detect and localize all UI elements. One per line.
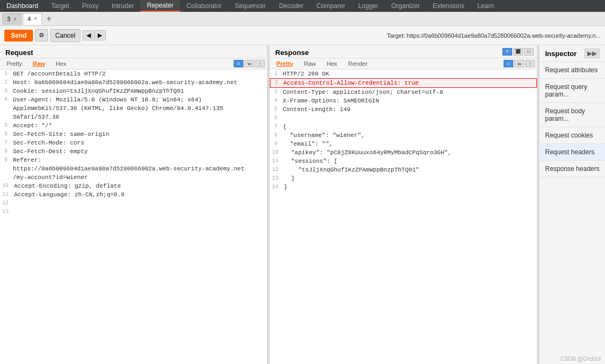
inspector-section-request-body[interactable]: Request body param... — [540, 103, 605, 127]
nav-decoder[interactable]: Decoder — [273, 0, 310, 12]
response-line-4: 4 X-Frame-Options: SAMEORIGIN — [270, 97, 537, 105]
nav-comparer[interactable]: Comparer — [310, 0, 351, 12]
response-line-13: 13 ] — [270, 174, 537, 183]
send-options-button[interactable]: ⚙ — [35, 29, 48, 42]
response-tab-actions: ≡ \n ⋮ — [504, 60, 535, 67]
request-tab-actions: ≡ \n ⋮ — [234, 60, 265, 67]
tab-4[interactable]: 4 × — [23, 13, 42, 25]
inspector-section-request-query[interactable]: Request query param... — [540, 79, 605, 103]
inspector-section-request-cookies[interactable]: Request cookies — [540, 127, 605, 144]
next-button[interactable]: ▶ — [94, 31, 105, 40]
send-button[interactable]: Send — [4, 30, 33, 42]
response-line-11: 11 "sessions": [ — [270, 157, 537, 166]
response-line-1: 1 HTTP/2 200 OK — [270, 70, 537, 78]
request-line-12: https://0a6b009604d1ae9a80a7d5280066002a… — [0, 164, 267, 173]
request-line-4: 4 User-Agent: Mozilla/5.0 (Windows NT 10… — [0, 95, 267, 104]
tab-add-button[interactable]: + — [43, 14, 55, 24]
response-tab-render[interactable]: Render — [344, 59, 372, 68]
request-line-14: 10 Accept-Encoding: gzip, deflate — [0, 182, 267, 190]
tab-4-close[interactable]: × — [34, 16, 37, 22]
inspector-header: Inspector ▶▶ — [540, 45, 605, 62]
request-tab-pretty[interactable]: Pretty — [2, 59, 26, 68]
tab-bar: 3 × 4 × + — [0, 12, 605, 26]
response-view-split[interactable]: ⬛ — [513, 48, 523, 56]
response-tab-hex[interactable]: Hex — [322, 59, 342, 68]
request-header: Request — [0, 45, 267, 58]
nav-repeater[interactable]: Repeater — [140, 0, 180, 12]
request-line-1: 1 GET /accountDetails HTTP/2 — [0, 70, 267, 78]
response-header: Response — [270, 45, 314, 58]
nav-dashboard[interactable]: Dashboard — [0, 0, 45, 12]
request-tab-raw[interactable]: Raw — [29, 59, 50, 68]
watermark: CSDN @Orch1d — [561, 356, 601, 362]
request-view-text[interactable]: ≡ — [234, 60, 243, 67]
response-tab-raw[interactable]: Raw — [300, 59, 320, 68]
response-tabs: Pretty Raw Hex Render ≡ \n ⋮ — [270, 58, 537, 70]
prev-button[interactable]: ◀ — [83, 31, 94, 40]
response-panel: Response ≡ ⬛ □ Pretty Raw Hex Render ≡ \… — [270, 45, 538, 364]
request-tabs: Pretty Raw Hex ≡ \n ⋮ — [0, 58, 267, 70]
response-view-icon-menu[interactable]: ⋮ — [525, 60, 535, 67]
request-view-menu[interactable]: ⋮ — [255, 60, 265, 67]
response-line-8: 8 "username": "wiener", — [270, 131, 537, 140]
cancel-button[interactable]: Cancel — [50, 29, 80, 42]
tab-3[interactable]: 3 × — [2, 13, 22, 25]
request-code-area: 1 GET /accountDetails HTTP/2 2 Host: 0a6… — [0, 70, 267, 364]
nav-extensions[interactable]: Extensions — [426, 0, 471, 12]
request-line-9: 7 Sec-Fetch-Mode: cors — [0, 139, 267, 147]
request-line-3: 3 Cookie: session=tsJljXnqGhufIKzZPAmWpp… — [0, 87, 267, 95]
request-line-5: AppleWebKit/537.36 (KHTML, like Gecko) C… — [0, 104, 267, 113]
request-line-2: 2 Host: 0a6b009604d1ae9a80a7d5280066002a… — [0, 78, 267, 87]
response-code-area: 1 HTTP/2 200 OK 2 Access-Control-Allow-C… — [270, 70, 537, 364]
response-line-10: 10 "apikey": "pC0jZ8KUuuxo64yRMyMbadCPqS… — [270, 148, 537, 157]
nav-collaborator[interactable]: Collaborator — [180, 0, 228, 12]
toolbar: Send ⚙ Cancel ◀ ▶ Target: https://0a6b00… — [0, 26, 605, 45]
response-view-icon-text[interactable]: ≡ — [504, 60, 513, 67]
response-view-text[interactable]: ≡ — [502, 48, 512, 56]
request-line-15: 11 Accept-Language: zh-CN,zh;q=0.9 — [0, 190, 267, 199]
tab-3-close[interactable]: × — [13, 16, 17, 22]
request-line-6: Safari/537.36 — [0, 113, 267, 121]
response-line-14: 14 } — [270, 183, 537, 191]
target-url: Target: https://0a6b009604d1ae9a80a7d528… — [387, 32, 601, 39]
response-line-6: 6 — [270, 114, 537, 122]
nav-logger[interactable]: Logger — [352, 0, 385, 12]
nav-organizer[interactable]: Organizer — [385, 0, 426, 12]
request-line-17: 13 — [0, 208, 267, 216]
inspector-title: Inspector — [545, 50, 577, 58]
nav-learn[interactable]: Learn — [471, 0, 500, 12]
response-view-wrap[interactable]: □ — [524, 48, 534, 56]
inspector-section-request-attributes[interactable]: Request attributes — [540, 62, 605, 79]
request-tab-hex[interactable]: Hex — [51, 59, 71, 68]
nav-intruder[interactable]: Intruder — [105, 0, 140, 12]
navigation-arrows: ◀ ▶ — [83, 30, 106, 40]
request-line-11: 9 Referer: — [0, 156, 267, 164]
inspector-section-response-headers[interactable]: Response headers — [540, 161, 605, 177]
main-area: Request Pretty Raw Hex ≡ \n ⋮ 1 GET /acc… — [0, 45, 605, 364]
request-line-16: 12 — [0, 199, 267, 208]
request-line-13: /my-account?id=wiener — [0, 173, 267, 182]
inspector-collapse-button[interactable]: ▶▶ — [584, 49, 600, 58]
response-line-3: 3 Content-Type: application/json; charse… — [270, 88, 537, 97]
response-line-12: 12 "tsJljXnqGhufIKzZPAmWppBnzpThTQ01" — [270, 166, 537, 174]
request-panel: Request Pretty Raw Hex ≡ \n ⋮ 1 GET /acc… — [0, 45, 268, 364]
response-line-5: 5 Content-Length: 149 — [270, 105, 537, 114]
response-tab-pretty[interactable]: Pretty — [272, 59, 297, 68]
response-line-2: 2 Access-Control-Allow-Credentials: true — [270, 78, 537, 88]
nav-target[interactable]: Target — [45, 0, 76, 12]
request-line-10: 8 Sec-Fetch-Dest: empty — [0, 147, 267, 156]
request-view-newline[interactable]: \n — [244, 60, 254, 67]
inspector-panel: Inspector ▶▶ Request attributes Request … — [540, 45, 605, 364]
response-line-7: 7 { — [270, 122, 537, 131]
top-navigation: Dashboard Target Proxy Intruder Repeater… — [0, 0, 605, 12]
nav-sequencer[interactable]: Sequencer — [228, 0, 273, 12]
request-line-7: 5 Accept: */* — [0, 121, 267, 130]
request-line-8: 6 Sec-Fetch-Site: same-origin — [0, 130, 267, 139]
response-line-9: 9 "email": "", — [270, 140, 537, 148]
response-view-icon-nl[interactable]: \n — [514, 60, 524, 67]
inspector-section-request-headers[interactable]: Request headers — [540, 144, 605, 161]
nav-proxy[interactable]: Proxy — [76, 0, 105, 12]
